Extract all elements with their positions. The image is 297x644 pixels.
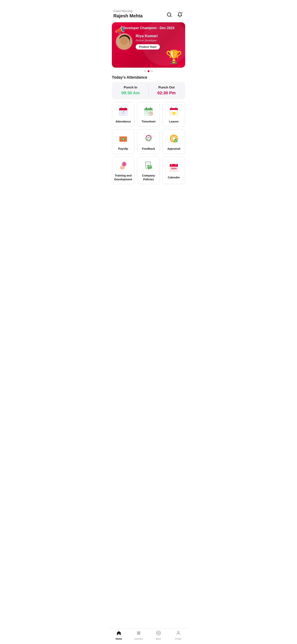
grid-item-appraisal[interactable]: Appraisal <box>162 130 185 154</box>
attendance-section-title: Today's Attendance <box>112 75 185 80</box>
svg-rect-17 <box>125 111 126 112</box>
appraisal-icon <box>169 134 178 144</box>
svg-rect-70 <box>176 138 178 139</box>
bottom-navigation: Home Services More <box>109 628 188 644</box>
policies-icon <box>144 160 153 172</box>
search-button[interactable] <box>166 11 173 18</box>
svg-rect-28 <box>147 111 148 112</box>
attendance-icon <box>118 106 128 117</box>
nav-item-more[interactable]: More <box>148 630 168 640</box>
header-icons <box>166 11 184 18</box>
svg-point-99 <box>137 633 138 634</box>
header: Good Morning Rajesh Mehta <box>109 0 188 22</box>
grid-item-payslip[interactable]: $ Payslip <box>112 130 134 154</box>
payslip-icon: $ <box>118 134 128 144</box>
training-label: Training and Development <box>114 174 132 181</box>
svg-point-75 <box>174 139 178 142</box>
svg-rect-4 <box>120 39 130 44</box>
banner-person-info: Riya Kumari Python Developer Product Tea… <box>136 34 181 50</box>
svg-point-104 <box>159 633 160 634</box>
grid-item-feedback[interactable]: Feedback <box>137 130 160 154</box>
services-nav-label: Services <box>134 638 143 640</box>
nav-item-home[interactable]: Home <box>109 630 129 640</box>
punch-out-block: Punch Out 02:30 Pm <box>152 86 182 96</box>
svg-rect-88 <box>148 166 151 166</box>
svg-rect-77 <box>121 166 122 168</box>
svg-rect-68 <box>173 141 174 142</box>
punch-out-time: 02:30 Pm <box>152 90 182 96</box>
svg-rect-32 <box>147 113 148 114</box>
svg-rect-89 <box>148 167 150 167</box>
champion-role: Python Developer <box>136 39 181 42</box>
timesheet-label: Timesheet <box>142 120 156 124</box>
svg-rect-92 <box>170 166 178 167</box>
svg-rect-27 <box>146 111 146 112</box>
dot-2[interactable] <box>148 70 150 72</box>
greeting-text: Good Morning <box>113 10 143 13</box>
svg-marker-87 <box>148 169 149 170</box>
punch-in-block: Punch In 09:30 Am <box>116 86 146 96</box>
nav-item-profile[interactable]: Profile <box>168 630 188 640</box>
svg-point-100 <box>139 633 140 634</box>
calender-label: Calender <box>168 176 180 179</box>
svg-rect-14 <box>120 111 121 112</box>
greeting-block: Good Morning Rajesh Mehta <box>113 10 143 18</box>
grid-item-leaves[interactable]: Leaves <box>162 102 185 127</box>
notification-button[interactable] <box>176 11 184 18</box>
svg-rect-83 <box>146 163 150 163</box>
attendance-divider <box>148 86 149 95</box>
avatar-photo <box>116 34 132 50</box>
team-badge: Product Team <box>136 44 160 50</box>
notification-dot <box>181 12 183 14</box>
svg-rect-85 <box>146 165 149 165</box>
page-wrapper: Good Morning Rajesh Mehta 📣 Developer Ch… <box>109 0 188 204</box>
champion-avatar <box>116 33 133 50</box>
grid-item-policies[interactable]: Company Policies <box>137 157 160 184</box>
dot-1[interactable] <box>144 70 146 72</box>
svg-rect-21 <box>125 113 126 114</box>
svg-rect-61 <box>147 138 150 138</box>
svg-point-5 <box>120 37 129 46</box>
calender-icon: 2024 <box>169 162 178 173</box>
grid-item-attendance[interactable]: Attendance <box>112 102 134 127</box>
svg-rect-11 <box>119 110 127 110</box>
training-icon <box>118 160 128 172</box>
user-name: Rajesh Mehta <box>113 13 143 18</box>
profile-icon <box>176 630 181 637</box>
svg-point-6 <box>122 40 124 42</box>
svg-rect-84 <box>146 164 149 164</box>
more-icon <box>156 630 161 637</box>
banner-content: Riya Kumari Python Developer Product Tea… <box>116 33 181 50</box>
champion-banner[interactable]: 📣 Developer Champion - Dec 2023 <box>112 22 185 68</box>
grid-item-calender[interactable]: 2024 Calender <box>162 157 185 184</box>
svg-rect-24 <box>144 110 152 110</box>
payslip-label: Payslip <box>118 147 128 150</box>
svg-point-3 <box>120 35 130 43</box>
more-nav-label: More <box>156 638 161 640</box>
svg-text:2024: 2024 <box>171 167 177 170</box>
svg-rect-8 <box>123 46 126 48</box>
svg-rect-19 <box>122 113 123 114</box>
svg-point-60 <box>147 136 150 140</box>
svg-rect-67 <box>173 134 174 136</box>
dot-3[interactable] <box>151 70 153 72</box>
svg-point-105 <box>178 631 179 633</box>
policies-label: Company Policies <box>139 174 158 181</box>
attendance-card: Punch In 09:30 Am Punch Out 02:30 Pm <box>112 82 185 99</box>
svg-point-97 <box>137 632 138 633</box>
punch-in-time: 09:30 Am <box>116 90 146 96</box>
nav-item-services[interactable]: Services <box>129 630 148 640</box>
leaves-label: Leaves <box>169 120 179 124</box>
svg-rect-96 <box>118 634 120 635</box>
attendance-label: Attendance <box>116 120 131 124</box>
punch-out-label: Punch Out <box>152 86 182 90</box>
grid-item-timesheet[interactable]: Timesheet <box>137 102 160 127</box>
trophy-icon: 🏆 <box>166 49 182 65</box>
carousel-dots <box>109 70 188 72</box>
grid-item-training[interactable]: Training and Development <box>112 157 134 184</box>
svg-rect-15 <box>122 111 123 112</box>
timesheet-icon <box>144 106 153 117</box>
svg-rect-29 <box>149 111 150 112</box>
punch-in-label: Punch In <box>116 86 146 90</box>
svg-rect-18 <box>120 113 121 114</box>
